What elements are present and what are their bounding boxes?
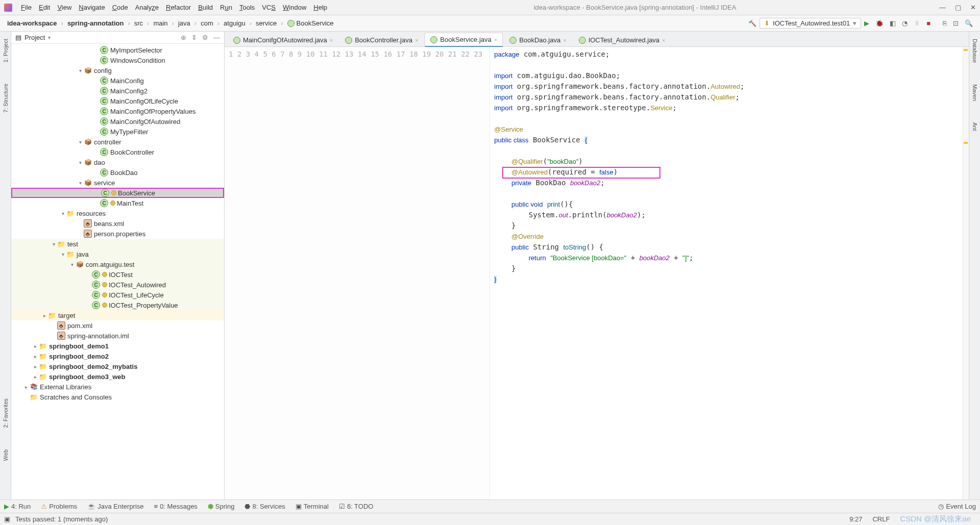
profile-button[interactable]: ◔ <box>899 19 911 27</box>
status-icon[interactable]: ▣ <box>4 515 10 523</box>
line-ending[interactable]: CRLF <box>867 515 895 523</box>
tool-ant[interactable]: Ant <box>972 119 978 134</box>
tree-item-ioctest-autowired[interactable]: CIOCTest_Autowired <box>11 280 224 290</box>
tree-item-ioctest-lifecycle[interactable]: CIOCTest_LifeCycle <box>11 290 224 300</box>
code-content[interactable]: package com.atguigu.service; import com.… <box>490 47 969 499</box>
coverage-button[interactable]: ◧ <box>887 19 899 27</box>
run-config-selector[interactable]: ⬇IOCTest_Autowired.test01▾ <box>760 18 861 29</box>
menu-help[interactable]: Help <box>310 4 331 11</box>
tool-messages[interactable]: ≡0: Messages <box>154 503 198 510</box>
tool-maven[interactable]: Maven <box>972 81 978 104</box>
menu-vcs[interactable]: VCS <box>258 4 279 11</box>
tool-database[interactable]: Database <box>972 36 978 66</box>
tree-item-bookservice[interactable]: CBookService <box>11 188 224 198</box>
tool-problems[interactable]: ⚠Problems <box>41 503 77 510</box>
breadcrumb-item[interactable]: src <box>131 19 146 27</box>
git-button[interactable]: ⎘ <box>940 19 950 27</box>
tree-item-mainconfig[interactable]: CMainConfig <box>11 76 224 86</box>
tree-item-person-properties[interactable]: ⬘person.properties <box>11 229 224 239</box>
stop-button[interactable]: ■ <box>923 19 934 27</box>
tree-item-java[interactable]: ▾java <box>11 249 224 259</box>
caret-position[interactable]: 9:27 <box>844 515 867 523</box>
tree-item-com-atguigu-test[interactable]: ▾com.atguigu.test <box>11 259 224 269</box>
tree-item-scratches-and-consoles[interactable]: Scratches and Consoles <box>11 392 224 402</box>
close-tab-icon[interactable]: × <box>415 37 418 43</box>
tree-item-dao[interactable]: ▾dao <box>11 157 224 167</box>
tool-web[interactable]: Web <box>3 446 9 464</box>
tree-item-windowscondition[interactable]: CWindowsCondition <box>11 55 224 65</box>
close-tab-icon[interactable]: × <box>662 37 665 43</box>
locate-icon[interactable]: ⊕ <box>181 34 186 41</box>
attach-button[interactable]: ⏸ <box>911 19 923 27</box>
close-tab-icon[interactable]: × <box>330 37 333 43</box>
breadcrumb-item[interactable]: main <box>150 19 170 27</box>
tool-spring[interactable]: ⬢Spring <box>208 503 235 510</box>
run-button[interactable]: ▶ <box>861 19 872 27</box>
code-editor[interactable]: 1 2 3 4 5 6 7 8 9 10 11 12 13 14 15 16 1… <box>225 47 969 499</box>
menu-tools[interactable]: Tools <box>236 4 258 11</box>
menu-run[interactable]: Run <box>216 4 236 11</box>
tree-item-service[interactable]: ▾service <box>11 178 224 188</box>
tree-item-ioctest-propertyvalue[interactable]: CIOCTest_PropertyValue <box>11 300 224 310</box>
breadcrumb-item[interactable]: atguigu <box>220 19 249 27</box>
ide-settings-button[interactable]: 🔍 <box>962 19 976 27</box>
tree-item-mainconifgofautowired[interactable]: CMainConifgOfAutowired <box>11 116 224 127</box>
tree-item-pom-xml[interactable]: ⬘pom.xml <box>11 320 224 331</box>
menu-navigate[interactable]: Navigate <box>75 4 108 11</box>
tree-item-bookdao[interactable]: CBookDao <box>11 167 224 178</box>
tree-item-mainconfigoflifecycle[interactable]: CMainConfigOfLifeCycle <box>11 96 224 106</box>
build-icon[interactable]: 🔨 <box>745 19 760 27</box>
breadcrumb-item[interactable]: service <box>253 19 280 27</box>
tree-item-maintest[interactable]: CMainTest <box>11 198 224 208</box>
close-tab-icon[interactable]: × <box>563 37 566 43</box>
breadcrumb-item[interactable]: BookService <box>284 19 337 28</box>
menu-code[interactable]: Code <box>109 4 132 11</box>
maximize-button[interactable]: ▢ <box>955 4 961 11</box>
editor-tab[interactable]: BookController.java× <box>339 33 424 46</box>
menu-analyze[interactable]: Analyze <box>132 4 162 11</box>
tool-project[interactable]: 1: Project <box>3 36 9 65</box>
event-log[interactable]: ◷Event Log <box>938 503 976 510</box>
tree-item-springboot-demo1[interactable]: ▸springboot_demo1 <box>11 341 224 351</box>
editor-tab[interactable]: IOCTest_Autowired.java× <box>573 33 671 46</box>
tool-javaee[interactable]: ☕Java Enterprise <box>87 503 143 510</box>
menu-window[interactable]: Window <box>279 4 310 11</box>
breadcrumb-item[interactable]: com <box>198 19 216 27</box>
tree-item-mytypefilter[interactable]: CMyTypeFilter <box>11 127 224 137</box>
menu-refactor[interactable]: Refactor <box>162 4 194 11</box>
menu-edit[interactable]: Edit <box>35 4 54 11</box>
tree-item-target[interactable]: ▸target <box>11 310 224 320</box>
tree-item-controller[interactable]: ▾controller <box>11 137 224 147</box>
editor-tab[interactable]: BookDao.java× <box>504 33 572 46</box>
hide-icon[interactable]: — <box>213 34 220 41</box>
collapse-icon[interactable]: ⇕ <box>191 34 197 41</box>
tool-structure[interactable]: 7: Structure <box>3 81 9 116</box>
tool-favorites[interactable]: 2: Favorites <box>3 395 9 431</box>
debug-button[interactable]: 🐞 <box>872 19 887 27</box>
tree-item-springboot-demo2[interactable]: ▸springboot_demo2 <box>11 351 224 361</box>
tree-item-mainconfig2[interactable]: CMainConfig2 <box>11 86 224 96</box>
tree-item-myimportselector[interactable]: CMyImportSelector <box>11 45 224 55</box>
menu-build[interactable]: Build <box>194 4 216 11</box>
project-tree[interactable]: CMyImportSelectorCWindowsCondition▾confi… <box>11 44 224 499</box>
error-stripe[interactable] <box>963 47 969 499</box>
tree-item-external-libraries[interactable]: ▸External Libraries <box>11 382 224 392</box>
minimize-button[interactable]: — <box>939 4 946 11</box>
menu-file[interactable]: File <box>17 4 35 11</box>
tool-run[interactable]: ▶4: Run <box>4 503 31 510</box>
tree-item-ioctest[interactable]: CIOCTest <box>11 269 224 280</box>
tree-item-spring-annotation-iml[interactable]: ⬘spring-annotation.iml <box>11 331 224 341</box>
close-button[interactable]: ✕ <box>970 4 976 11</box>
settings-icon[interactable]: ⚙ <box>202 34 208 41</box>
tree-item-resources[interactable]: ▾resources <box>11 208 224 218</box>
tree-item-beans-xml[interactable]: ⬘beans.xml <box>11 218 224 229</box>
tree-item-config[interactable]: ▾config <box>11 65 224 76</box>
sidebar-title[interactable]: Project <box>24 34 45 41</box>
breadcrumb-item[interactable]: java <box>175 19 193 27</box>
tool-todo[interactable]: ☑6: TODO <box>339 503 374 510</box>
tree-item-mainconfigofpropertyvalues[interactable]: CMainConfigOfPropertyValues <box>11 106 224 116</box>
editor-tab[interactable]: BookService.java× <box>425 33 503 47</box>
tree-item-springboot-demo3-web[interactable]: ▸springboot_demo3_web <box>11 371 224 382</box>
tree-item-springboot-demo2-mybatis[interactable]: ▸springboot_demo2_mybatis <box>11 361 224 371</box>
search-everywhere-button[interactable]: ⊡ <box>950 19 962 27</box>
